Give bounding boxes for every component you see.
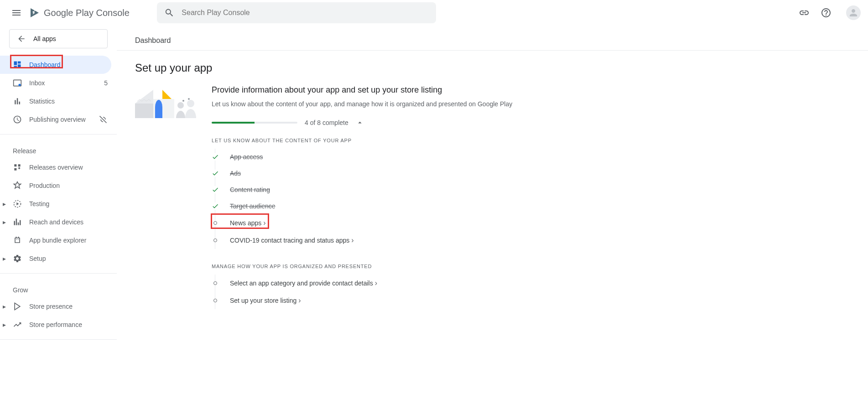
task-label: App access xyxy=(230,153,263,161)
svg-point-10 xyxy=(177,102,184,109)
dashboard-icon xyxy=(13,60,22,69)
task-ads[interactable]: Ads xyxy=(212,165,850,181)
setup-icon xyxy=(13,254,22,263)
play-logo-icon xyxy=(29,7,40,18)
check-icon xyxy=(212,186,219,193)
task-label: Select an app category and provide conta… xyxy=(230,279,377,287)
setup-illustration xyxy=(135,85,201,309)
performance-icon xyxy=(13,320,22,329)
circle-icon xyxy=(212,219,219,227)
all-apps-label: All apps xyxy=(33,35,56,42)
sidebar-item-store-performance[interactable]: ▸ Store performance xyxy=(0,316,117,334)
progress-text: 4 of 8 complete xyxy=(305,119,348,126)
expand-icon: ▸ xyxy=(3,321,6,328)
sidebar-item-label: App bundle explorer xyxy=(29,237,86,244)
sidebar-item-inbox[interactable]: Inbox 5 xyxy=(0,74,117,92)
breadcrumb: Dashboard xyxy=(135,26,850,50)
bundle-icon xyxy=(13,236,22,245)
managed-off-icon xyxy=(99,115,108,124)
page-heading: Set up your app xyxy=(135,51,850,85)
circle-icon xyxy=(212,280,219,287)
task-category-contact[interactable]: Select an app category and provide conta… xyxy=(212,275,850,292)
logo-text: Google Play Console xyxy=(44,8,130,18)
sidebar-item-label: Store presence xyxy=(29,303,73,310)
expand-icon: ▸ xyxy=(3,303,6,310)
testing-icon xyxy=(13,199,22,208)
production-icon xyxy=(13,181,22,190)
sidebar-item-production[interactable]: Production xyxy=(0,176,117,195)
sidebar-item-statistics[interactable]: Statistics xyxy=(0,92,117,110)
help-icon-button[interactable] xyxy=(817,4,835,22)
presence-icon xyxy=(13,302,22,311)
sidebar-item-label: Dashboard xyxy=(29,61,61,68)
avatar-button[interactable] xyxy=(846,5,861,20)
sidebar-item-label: Store performance xyxy=(29,321,82,328)
svg-rect-6 xyxy=(135,104,153,118)
setup-description: Let us know about the content of your ap… xyxy=(212,100,850,108)
search-input[interactable] xyxy=(182,9,429,17)
circle-icon xyxy=(212,237,219,244)
task-store-listing[interactable]: Set up your store listing› xyxy=(212,292,850,309)
sidebar-item-releases-overview[interactable]: Releases overview xyxy=(0,158,117,176)
sidebar-item-label: Releases overview xyxy=(29,164,83,171)
chevron-right-icon: › xyxy=(298,296,301,305)
collapse-icon[interactable] xyxy=(356,119,364,127)
hamburger-menu-button[interactable] xyxy=(7,4,26,22)
task-content-rating[interactable]: Content rating xyxy=(212,181,850,198)
sidebar-item-label: Statistics xyxy=(29,98,55,105)
task-news-apps[interactable]: News apps› xyxy=(212,214,850,232)
chevron-right-icon: › xyxy=(263,219,265,227)
svg-point-5 xyxy=(18,239,19,240)
check-icon xyxy=(212,170,219,177)
subsection-manage-header: MANAGE HOW YOUR APP IS ORGANIZED AND PRE… xyxy=(212,264,850,269)
expand-icon: ▸ xyxy=(3,218,6,226)
inbox-icon xyxy=(13,78,22,88)
sidebar: All apps Dashboard Inbox 5 Statistics Pu… xyxy=(0,26,117,349)
sidebar-item-label: Reach and devices xyxy=(29,218,83,226)
task-label: News apps› xyxy=(230,219,266,227)
devices-icon xyxy=(13,218,22,227)
task-list-content: App access Ads Content rating Target aud… xyxy=(212,149,850,249)
task-label: Ads xyxy=(230,170,241,177)
check-icon xyxy=(212,153,219,161)
header: Google Play Console xyxy=(0,0,868,26)
sidebar-item-store-presence[interactable]: ▸ Store presence xyxy=(0,297,117,316)
link-icon-button[interactable] xyxy=(795,4,813,22)
task-label: Target audience xyxy=(230,202,275,210)
sidebar-item-label: Publishing overview xyxy=(29,116,86,123)
sidebar-item-setup[interactable]: ▸ Setup xyxy=(0,249,117,268)
sidebar-item-dashboard[interactable]: Dashboard xyxy=(0,56,111,74)
logo[interactable]: Google Play Console xyxy=(29,7,130,18)
all-apps-button[interactable]: All apps xyxy=(9,29,108,48)
task-list-manage: Select an app category and provide conta… xyxy=(212,275,850,309)
search-box[interactable] xyxy=(157,2,436,23)
svg-marker-7 xyxy=(135,90,153,104)
back-arrow-icon xyxy=(17,34,26,43)
expand-icon: ▸ xyxy=(3,255,6,262)
setup-title: Provide information about your app and s… xyxy=(212,85,850,95)
chevron-right-icon: › xyxy=(351,236,353,244)
expand-icon: ▸ xyxy=(3,200,6,207)
svg-point-3 xyxy=(18,237,19,238)
chevron-right-icon: › xyxy=(375,279,377,287)
task-target-audience[interactable]: Target audience xyxy=(212,198,850,214)
svg-point-11 xyxy=(187,100,194,107)
task-app-access[interactable]: App access xyxy=(212,149,850,165)
progress-bar xyxy=(212,122,297,124)
sidebar-item-reach-devices[interactable]: ▸ Reach and devices xyxy=(0,213,117,231)
task-covid-apps[interactable]: COVID-19 contact tracing and status apps… xyxy=(212,232,850,249)
search-icon xyxy=(164,7,174,18)
inbox-badge: 5 xyxy=(104,79,108,87)
svg-point-12 xyxy=(182,100,184,102)
svg-point-0 xyxy=(19,84,21,86)
sidebar-item-publishing-overview[interactable]: Publishing overview xyxy=(0,110,117,129)
svg-point-2 xyxy=(16,237,17,238)
section-header-grow: Grow xyxy=(0,279,117,297)
statistics-icon xyxy=(13,97,22,106)
svg-marker-8 xyxy=(162,90,172,99)
sidebar-item-label: Inbox xyxy=(29,79,45,87)
sidebar-item-app-bundle[interactable]: App bundle explorer xyxy=(0,231,117,249)
subsection-content-header: LET US KNOW ABOUT THE CONTENT OF YOUR AP… xyxy=(212,138,850,143)
svg-point-13 xyxy=(188,98,190,100)
sidebar-item-testing[interactable]: ▸ Testing xyxy=(0,195,117,213)
